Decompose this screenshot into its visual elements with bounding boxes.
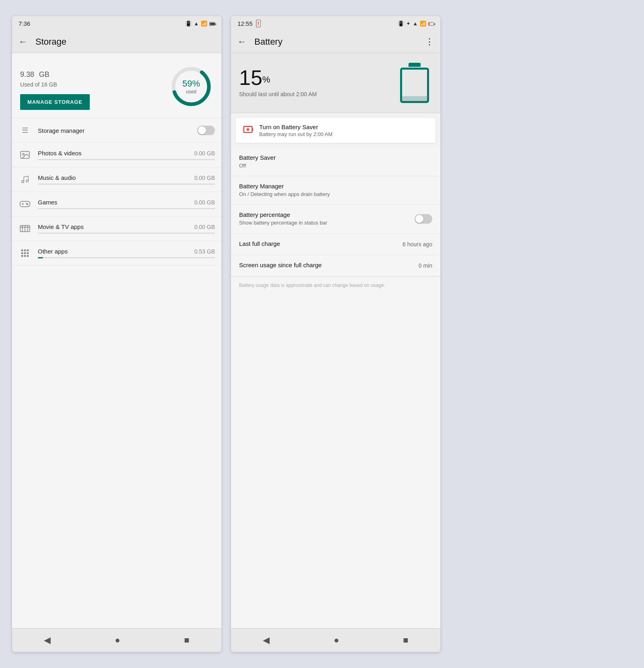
- other-apps-label: Other apps: [38, 248, 68, 255]
- music-label: Music & audio: [38, 174, 76, 181]
- svg-point-23: [24, 255, 26, 257]
- battery-fill-level: [402, 96, 427, 101]
- battery-alert-icon: !: [256, 20, 261, 27]
- battery-list: Battery Saver Off Battery Manager On / D…: [231, 148, 440, 628]
- battery-body: [400, 68, 429, 103]
- status-bar-right: 12:55 ! 📳 ✦ ▲ 📶: [231, 16, 440, 31]
- battery-saver-item-title: Battery Saver: [239, 154, 276, 161]
- donut-used-label: used: [182, 89, 200, 95]
- back-nav-button[interactable]: ◀: [36, 633, 59, 648]
- svg-point-18: [27, 249, 29, 252]
- battery-percent-symbol: %: [262, 74, 270, 85]
- last-full-charge-value: 6 hours ago: [402, 241, 432, 247]
- battery-saver-title: Turn on Battery Saver: [259, 124, 332, 130]
- battery-title: Battery: [254, 37, 417, 47]
- list-item[interactable]: Movie & TV apps 0.00 GB: [12, 216, 221, 241]
- recents-nav-button[interactable]: ■: [176, 633, 197, 648]
- battery-header: ← Battery ⋮: [231, 31, 440, 53]
- storage-manager-toggle[interactable]: [197, 126, 215, 135]
- last-full-charge-item[interactable]: Last full charge 6 hours ago: [231, 234, 440, 255]
- svg-rect-26: [252, 128, 253, 131]
- music-icon: [19, 173, 31, 186]
- svg-point-16: [21, 249, 23, 252]
- battery-saver-item-sub: Off: [239, 162, 276, 169]
- screen-usage-value: 0 min: [419, 262, 432, 269]
- battery-manager-item[interactable]: Battery Manager On / Detecting when apps…: [231, 176, 440, 205]
- svg-point-22: [21, 255, 23, 257]
- bottom-nav-left: ◀ ● ■: [12, 628, 221, 652]
- photos-size: 0.00 GB: [194, 150, 215, 157]
- back-button-storage[interactable]: ←: [19, 37, 27, 47]
- storage-used-of: Used of 16 GB: [20, 81, 161, 88]
- photos-icon: [19, 148, 31, 161]
- battery-percentage-title: Battery percentage: [239, 211, 327, 218]
- svg-point-5: [26, 180, 29, 182]
- svg-point-19: [21, 252, 23, 254]
- battery-percentage-sub: Show battery percentage in status bar: [239, 219, 327, 227]
- svg-point-3: [23, 153, 24, 155]
- storage-text-block: 9.38 GB Used of 16 GB MANAGE STORAGE: [20, 63, 161, 110]
- manage-storage-button[interactable]: MANAGE STORAGE: [20, 94, 90, 110]
- donut-pct: 59%: [182, 78, 200, 89]
- battery-hero: 15% Should last until about 2:00 AM: [231, 53, 440, 113]
- list-item[interactable]: Other apps 0.53 GB: [12, 241, 221, 266]
- signal-icon: 📶: [201, 21, 207, 27]
- battery-footer-note: Battery usage data is approximate and ca…: [231, 276, 440, 294]
- storage-header: ← Storage: [12, 31, 221, 53]
- storage-manager-item[interactable]: ☰ Storage manager: [12, 118, 221, 143]
- battery-screen: 12:55 ! 📳 ✦ ▲ 📶 ← Battery ⋮ 15%: [231, 16, 440, 652]
- status-icons-right: 📳 ✦ ▲ 📶: [398, 21, 434, 27]
- svg-point-20: [24, 252, 26, 254]
- recents-nav-button-right[interactable]: ■: [395, 633, 416, 648]
- screen-usage-item[interactable]: Screen usage since full charge 0 min: [231, 255, 440, 276]
- battery-saver-item[interactable]: Battery Saver Off: [231, 148, 440, 176]
- storage-screen: 7:36 📳 ▲ 📶 ← Storage 9.38 GB Used of 16 …: [12, 16, 221, 652]
- svg-point-24: [27, 255, 29, 257]
- games-icon: [19, 198, 31, 210]
- movies-size: 0.00 GB: [194, 224, 215, 230]
- movies-icon: [19, 222, 31, 235]
- storage-manager-toggle-knob: [198, 126, 206, 134]
- photos-content: Photos & videos 0.00 GB: [38, 150, 215, 160]
- other-apps-size: 0.53 GB: [194, 248, 215, 255]
- status-time-left: 7:36: [19, 20, 30, 27]
- home-nav-button[interactable]: ●: [107, 633, 128, 648]
- music-content: Music & audio 0.00 GB: [38, 174, 215, 185]
- more-menu-button[interactable]: ⋮: [425, 37, 434, 47]
- list-item[interactable]: Games 0.00 GB: [12, 192, 221, 216]
- vibrate-icon: 📳: [185, 21, 192, 27]
- storage-summary: 9.38 GB Used of 16 GB MANAGE STORAGE 59%…: [12, 53, 221, 118]
- donut-label: 59% used: [182, 78, 200, 95]
- screen-usage-title: Screen usage since full charge: [239, 262, 322, 268]
- battery-saver-card[interactable]: Turn on Battery Saver Battery may run ou…: [236, 118, 436, 143]
- storage-list: ☰ Storage manager Photos & vid: [12, 118, 221, 628]
- svg-point-21: [27, 252, 29, 254]
- donut-chart: 59% used: [169, 64, 213, 109]
- home-nav-button-right[interactable]: ●: [326, 633, 347, 648]
- storage-gb-value: 9.38 GB: [20, 63, 161, 80]
- storage-manager-icon: ☰: [19, 124, 31, 137]
- battery-until-text: Should last until about 2:00 AM: [239, 91, 317, 99]
- svg-rect-6: [20, 201, 30, 206]
- back-nav-button-right[interactable]: ◀: [255, 633, 278, 648]
- battery-icon: [209, 21, 215, 27]
- svg-point-17: [24, 249, 26, 252]
- list-item[interactable]: Photos & videos 0.00 GB: [12, 143, 221, 167]
- signal-icon-right: 📶: [420, 21, 426, 27]
- back-button-battery[interactable]: ←: [237, 37, 246, 47]
- other-apps-content: Other apps 0.53 GB: [38, 248, 215, 258]
- bluetooth-icon: ✦: [406, 21, 411, 27]
- battery-low-icon: [428, 21, 434, 27]
- battery-percentage-toggle[interactable]: [415, 214, 432, 224]
- list-item[interactable]: Music & audio 0.00 GB: [12, 167, 221, 192]
- bottom-nav-right: ◀ ● ■: [231, 628, 440, 652]
- svg-point-4: [22, 181, 24, 183]
- battery-saver-subtitle: Battery may run out by 2:00 AM: [259, 131, 332, 137]
- battery-icon-large: [400, 63, 432, 103]
- vibrate-icon-right: 📳: [398, 21, 404, 27]
- battery-manager-sub: On / Detecting when apps drain battery: [239, 191, 330, 198]
- screens-container: 7:36 📳 ▲ 📶 ← Storage 9.38 GB Used of 16 …: [0, 0, 644, 668]
- games-size: 0.00 GB: [194, 199, 215, 206]
- photos-label: Photos & videos: [38, 150, 81, 157]
- battery-percentage-item[interactable]: Battery percentage Show battery percenta…: [231, 205, 440, 233]
